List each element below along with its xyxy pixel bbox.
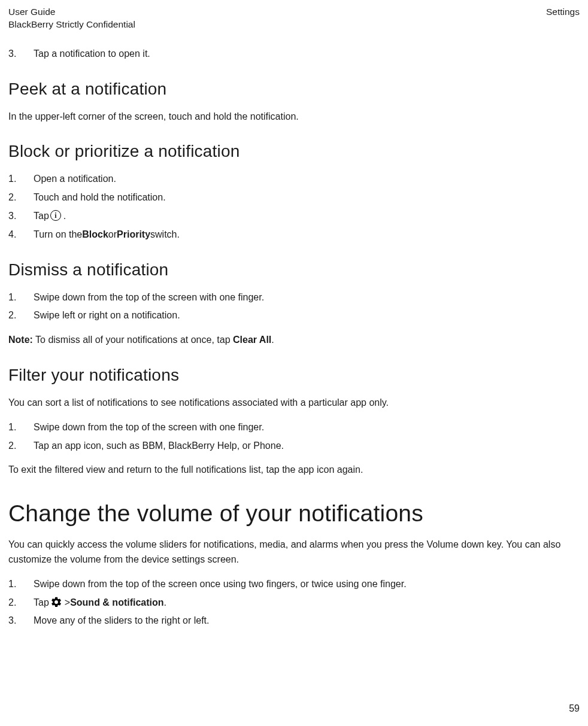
- section-heading-block: Block or prioritize a notification: [8, 142, 580, 161]
- step-text-post: .: [63, 209, 66, 224]
- list-item: 1. Swipe down from the top of the screen…: [8, 420, 580, 435]
- step-text: Swipe down from the top of the screen wi…: [34, 420, 580, 435]
- step-text-mid: or: [108, 227, 117, 242]
- step-text: Tap > Sound & notification .: [34, 596, 580, 610]
- page-number: 59: [569, 703, 580, 714]
- step-text: Tap a notification to open it.: [34, 47, 580, 62]
- list-item: 1. Swipe down from the top of the screen…: [8, 290, 580, 305]
- step-text-post: .: [164, 596, 166, 610]
- header-title: User Guide: [8, 6, 135, 19]
- step-text: Tap i .: [34, 209, 580, 224]
- section-heading-peek: Peek at a notification: [8, 80, 580, 99]
- bold-text: Block: [82, 227, 108, 242]
- header-subtitle: BlackBerry Strictly Confidential: [8, 19, 135, 31]
- note-label: Note:: [8, 335, 33, 345]
- step-text: Turn on the Block or Priority switch.: [34, 227, 580, 242]
- step-number: 3.: [8, 209, 34, 224]
- step-text-gt: >: [65, 596, 70, 610]
- bold-text: Priority: [117, 227, 150, 242]
- note-text-post: .: [271, 335, 274, 345]
- step-number: 3.: [8, 47, 34, 62]
- header-section: Settings: [546, 6, 580, 31]
- section-heading-dismiss: Dismiss a notification: [8, 260, 580, 280]
- filter-outro: To exit the filtered view and return to …: [8, 463, 580, 478]
- list-item: 2. Tap > Sound & notification .: [8, 596, 580, 610]
- step-number: 1.: [8, 172, 34, 187]
- page-header: User Guide BlackBerry Strictly Confident…: [8, 6, 580, 31]
- heading-change-volume: Change the volume of your notifications: [8, 500, 580, 527]
- step-number: 3.: [8, 613, 34, 628]
- filter-steps-list: 1. Swipe down from the top of the screen…: [8, 420, 580, 454]
- note-text-pre: To dismiss all of your notifications at …: [33, 335, 233, 345]
- volume-intro: You can quickly access the volume slider…: [8, 537, 580, 567]
- filter-intro: You can sort a list of notifications to …: [8, 396, 580, 411]
- step-number: 2.: [8, 596, 34, 610]
- peek-paragraph: In the upper-left corner of the screen, …: [8, 110, 580, 124]
- step-text: Touch and hold the notification.: [34, 190, 580, 205]
- step-number: 2.: [8, 439, 34, 454]
- list-item: 1. Swipe down from the top of the screen…: [8, 577, 580, 592]
- list-item: 4. Turn on the Block or Priority switch.: [8, 227, 580, 242]
- list-item: 3. Move any of the sliders to the right …: [8, 613, 580, 628]
- step-text: Swipe left or right on a notification.: [34, 308, 580, 323]
- step-number: 1.: [8, 420, 34, 435]
- list-item: 3. Tap i .: [8, 209, 580, 224]
- dismiss-steps-list: 1. Swipe down from the top of the screen…: [8, 290, 580, 324]
- step-text: Move any of the sliders to the right or …: [34, 613, 580, 628]
- gear-icon: [50, 596, 62, 608]
- list-item: 2. Swipe left or right on a notification…: [8, 308, 580, 323]
- step-text: Tap an app icon, such as BBM, BlackBerry…: [34, 439, 580, 454]
- step-text-pre: Tap: [34, 209, 49, 224]
- block-steps-list: 1. Open a notification. 2. Touch and hol…: [8, 172, 580, 242]
- step-text-pre: Turn on the: [34, 227, 82, 242]
- list-item: 2. Tap an app icon, such as BBM, BlackBe…: [8, 439, 580, 454]
- step-number: 1.: [8, 290, 34, 305]
- step-number: 1.: [8, 577, 34, 592]
- step-number: 2.: [8, 308, 34, 323]
- step-text: Swipe down from the top of the screen wi…: [34, 290, 580, 305]
- step-text-post: switch.: [150, 227, 180, 242]
- step-number: 2.: [8, 190, 34, 205]
- info-icon: i: [50, 210, 61, 221]
- header-left: User Guide BlackBerry Strictly Confident…: [8, 6, 135, 31]
- step-number: 4.: [8, 227, 34, 242]
- bold-text: Sound & notification: [70, 596, 163, 610]
- bold-text: Clear All: [233, 335, 271, 345]
- list-item: 2. Touch and hold the notification.: [8, 190, 580, 205]
- list-item: 1. Open a notification.: [8, 172, 580, 187]
- step-text: Swipe down from the top of the screen on…: [34, 577, 580, 592]
- continued-steps-list: 3. Tap a notification to open it.: [8, 47, 580, 62]
- volume-steps-list: 1. Swipe down from the top of the screen…: [8, 577, 580, 628]
- section-heading-filter: Filter your notifications: [8, 366, 580, 385]
- step-text: Open a notification.: [34, 172, 580, 187]
- step-text-pre: Tap: [34, 596, 49, 610]
- list-item: 3. Tap a notification to open it.: [8, 47, 580, 62]
- dismiss-note: Note: To dismiss all of your notificatio…: [8, 333, 580, 348]
